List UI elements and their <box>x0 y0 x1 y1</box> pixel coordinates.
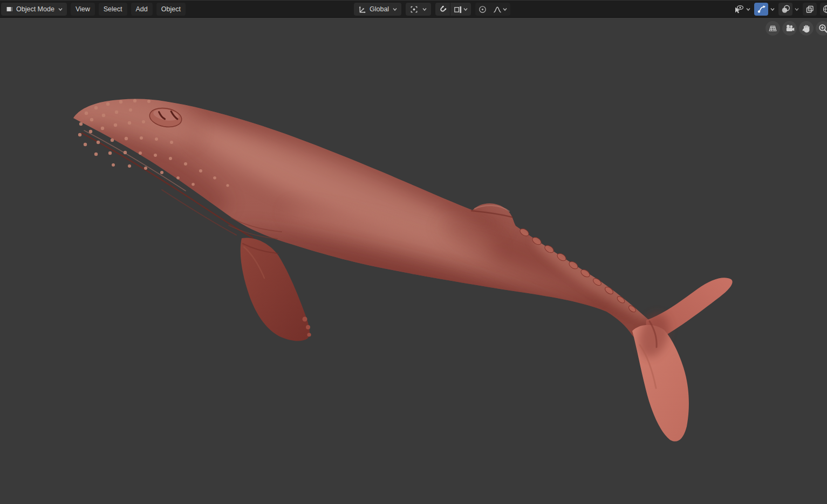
whale-model-3d[interactable] <box>0 0 827 504</box>
menu-add-label: Add <box>136 5 148 13</box>
menu-object[interactable]: Object <box>156 3 186 16</box>
proportional-circle-icon <box>478 5 487 14</box>
pan-view-button[interactable] <box>799 21 814 36</box>
orientation-axes-icon <box>358 5 367 14</box>
object-visibility-dropdown[interactable] <box>734 4 751 14</box>
menu-view[interactable]: View <box>71 3 95 16</box>
pivot-point-dropdown[interactable] <box>406 3 431 16</box>
pointer-eye-icon <box>734 4 744 14</box>
shading-wireframe-button[interactable] <box>820 3 827 16</box>
overlays-circles-icon <box>781 4 790 14</box>
menu-add[interactable]: Add <box>131 3 153 16</box>
transform-orientation-dropdown[interactable]: Global <box>354 3 401 16</box>
chevron-down-icon <box>746 6 751 12</box>
chevron-down-icon <box>392 6 398 12</box>
3d-viewport[interactable] <box>0 0 827 504</box>
menu-select[interactable]: Select <box>99 3 127 16</box>
chevron-down-icon <box>58 6 63 12</box>
chevron-down-icon <box>463 6 468 12</box>
proportional-editing-toggle[interactable] <box>475 3 490 16</box>
blender-window: Object Mode View Select Add Object <box>0 0 827 504</box>
viewport-header: Object Mode View Select Add Object <box>0 0 827 18</box>
mode-select-dropdown[interactable]: Object Mode <box>1 3 67 16</box>
magnet-icon <box>438 5 447 14</box>
object-mode-icon <box>5 5 13 13</box>
xray-squares-icon <box>805 4 815 14</box>
menu-view-label: View <box>76 5 90 13</box>
menu-select-label: Select <box>104 5 122 13</box>
proportional-falloff-dropdown[interactable] <box>490 3 510 16</box>
chevron-down-icon[interactable] <box>770 6 775 12</box>
chevron-down-icon[interactable] <box>794 6 799 12</box>
overlays-toggle-button[interactable] <box>778 3 792 16</box>
snap-target-dropdown[interactable] <box>450 3 471 16</box>
pan-hand-icon <box>801 23 811 33</box>
proportional-editing-group <box>475 3 510 16</box>
pivot-point-icon <box>409 5 419 14</box>
xray-toggle-button[interactable] <box>803 3 817 16</box>
chevron-down-icon <box>422 6 427 12</box>
gizmos-toggle-button[interactable] <box>754 3 768 16</box>
zoom-view-button[interactable] <box>816 21 827 36</box>
menu-object-label: Object <box>161 5 181 13</box>
camera-view-icon <box>784 23 795 33</box>
wireframe-globe-icon <box>822 4 827 14</box>
orientation-label: Global <box>370 5 389 13</box>
chevron-down-icon <box>502 6 508 12</box>
zoom-icon <box>818 23 827 33</box>
gizmo-arc-icon <box>756 4 766 14</box>
camera-view-button[interactable] <box>782 21 797 36</box>
snap-increment-icon <box>453 5 462 14</box>
mode-select-label: Object Mode <box>16 5 54 13</box>
orthographic-toggle-button[interactable] <box>766 21 780 36</box>
viewport-nav-controls <box>766 21 827 36</box>
snapping-group <box>435 3 471 16</box>
snap-toggle-button[interactable] <box>435 3 450 16</box>
orthographic-grid-icon <box>768 23 778 33</box>
falloff-curve-icon <box>493 5 502 14</box>
